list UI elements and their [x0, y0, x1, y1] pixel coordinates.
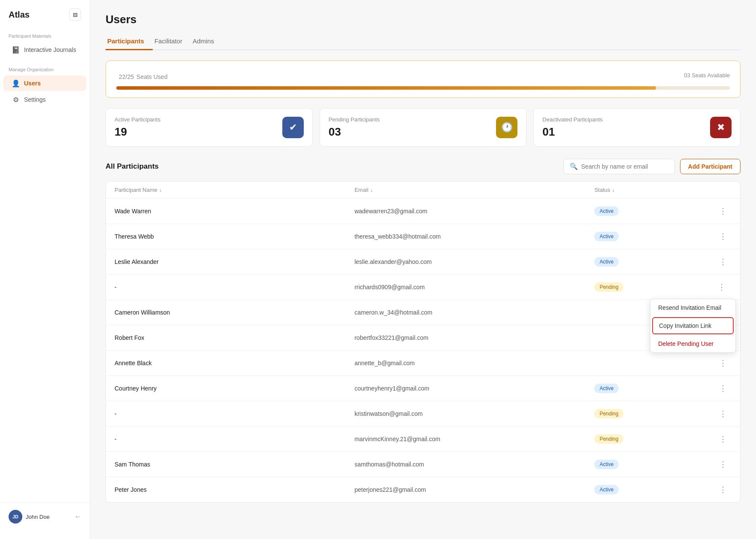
table-head: Participant Name ↓ Email ↓ Status ↓ [106, 182, 740, 199]
app-name: Atlas [9, 10, 30, 20]
participant-email: rrichards0909@gmail.com [354, 284, 594, 291]
seats-progress-bar-fill [116, 86, 656, 90]
participant-name: Peter Jones [115, 486, 354, 493]
stat-label-deactivated: Deactivated Participants [542, 116, 602, 123]
more-options-button[interactable]: ⋮ [714, 407, 732, 420]
add-participant-button[interactable]: Add Participant [680, 159, 741, 174]
sidebar-header: Atlas ⊟ [0, 9, 90, 33]
actions-cell: ⋮ Resend Invitation Email Copy Invitatio… [714, 281, 732, 294]
stat-label-pending: Pending Participants [329, 116, 380, 123]
table-controls: 🔍 Add Participant [563, 159, 741, 174]
participant-email: peterjones221@gmail.com [354, 486, 594, 493]
stats-row: Active Participants 19 ✔ Pending Partici… [106, 108, 741, 147]
section-label-manage-org: Manage Organization [0, 67, 90, 76]
participant-email: robertfox33221@gmail.com [354, 334, 594, 341]
participant-name: Leslie Alexander [115, 258, 354, 265]
copy-invitation-link-item[interactable]: Copy Invitation Link [652, 317, 734, 334]
sidebar-item-label: Settings [24, 96, 46, 103]
seats-used-value: 22/25Seats Used [116, 69, 167, 82]
seats-card: 22/25Seats Used 03 Seats Available [106, 61, 741, 98]
table-title: All Participants [106, 162, 159, 171]
seats-header: 22/25Seats Used 03 Seats Available [116, 69, 730, 82]
more-options-button[interactable]: ⋮ [714, 357, 732, 369]
tab-admins[interactable]: Admins [191, 33, 223, 50]
participant-status: Active [594, 384, 714, 393]
stat-card-active: Active Participants 19 ✔ [106, 108, 313, 147]
participant-status: Pending [594, 434, 714, 444]
participant-email: courtneyhenry1@gmail.com [354, 385, 594, 392]
tab-facilitator[interactable]: Facilitator [153, 33, 191, 50]
participant-name: Cameron Williamson [115, 309, 354, 316]
participant-email: samthomas@hotmail.com [354, 461, 594, 468]
more-options-button[interactable]: ⋮ [714, 433, 732, 445]
col-header-status: Status ↓ [594, 187, 714, 193]
stat-icon-pending: 🕐 [496, 117, 517, 138]
table-row: Courtney Henry courtneyhenry1@gmail.com … [106, 376, 740, 401]
participant-name: Wade Warren [115, 208, 354, 215]
participant-status: Pending [594, 409, 714, 418]
participant-email: theresa_webb334@hotmail.com [354, 233, 594, 240]
more-options-button[interactable]: ⋮ [714, 281, 729, 294]
sidebar-collapse-button[interactable]: ⊟ [69, 9, 81, 21]
logout-button[interactable]: → [74, 513, 81, 521]
participant-status: Active [594, 257, 714, 266]
participant-status: Active [594, 232, 714, 241]
sidebar-item-label: Interactive Journals [24, 46, 76, 53]
stat-card-pending: Pending Participants 03 🕐 [320, 108, 527, 147]
stat-card-deactivated: Deactivated Participants 01 ✖ [533, 108, 741, 147]
seats-used-display: 22/25Seats Used [116, 69, 167, 82]
more-options-button[interactable]: ⋮ [714, 382, 732, 395]
stat-icon-active: ✔ [282, 117, 304, 138]
tab-participants[interactable]: Participants [106, 33, 153, 50]
more-options-button[interactable]: ⋮ [714, 483, 732, 496]
seats-progress-bar-bg [116, 86, 730, 90]
participant-email: leslie.alexander@yahoo.com [354, 258, 594, 265]
users-icon: 👤 [12, 79, 20, 87]
table-row: Cameron Williamson cameron.w_34@hotmail.… [106, 300, 740, 325]
sort-icon-email: ↓ [370, 187, 373, 193]
col-header-actions [714, 187, 732, 193]
participant-status: Pending [594, 282, 714, 292]
delete-pending-user-item[interactable]: Delete Pending User [650, 335, 735, 352]
collapse-icon: ⊟ [73, 12, 78, 18]
seats-used-label: Seats Used [136, 73, 167, 80]
stat-label-active: Active Participants [115, 116, 160, 123]
more-options-button[interactable]: ⋮ [714, 458, 732, 471]
participant-name: Robert Fox [115, 334, 354, 341]
col-header-email: Email ↓ [354, 187, 594, 193]
participant-name: Theresa Webb [115, 233, 354, 240]
stat-icon-deactivated: ✖ [710, 117, 732, 138]
participant-status: Active [594, 485, 714, 494]
table-row: Peter Jones peterjones221@gmail.com Acti… [106, 477, 740, 502]
sort-icon-status: ↓ [612, 187, 615, 193]
table-row: Wade Warren wadewarren23@gmail.com Activ… [106, 199, 740, 224]
sidebar-item-interactive-journals[interactable]: 📓 Interactive Journals [3, 42, 86, 58]
participant-email: cameron.w_34@hotmail.com [354, 309, 594, 316]
sidebar-item-settings[interactable]: ⚙ Settings [3, 92, 86, 107]
sidebar-section-participant-materials: Participant Materials 📓 Interactive Jour… [0, 33, 90, 58]
more-options-button[interactable]: ⋮ [714, 255, 732, 268]
more-options-button[interactable]: ⋮ [714, 230, 732, 243]
participant-email: marvinmcKinney.21@gmail.com [354, 436, 594, 442]
avatar: JD [9, 510, 22, 524]
search-box: 🔍 [563, 159, 675, 174]
more-options-button[interactable]: ⋮ [714, 205, 732, 218]
tabs-bar: Participants Facilitator Admins [106, 33, 741, 50]
footer-user: JD John Doe [9, 510, 50, 524]
table-row: - rrichards0909@gmail.com Pending ⋮ Rese… [106, 275, 740, 300]
table-row: Annette Black annette_b@gmail.com ⋮ [106, 351, 740, 376]
stat-value-active: 19 [115, 125, 160, 139]
participant-name: - [115, 436, 354, 442]
main-content: Users Participants Facilitator Admins 22… [90, 0, 756, 539]
page-title: Users [106, 13, 741, 26]
stat-value-deactivated: 01 [542, 125, 602, 139]
participant-email: annette_b@gmail.com [354, 360, 594, 366]
table-row: Robert Fox robertfox33221@gmail.com ⋮ [106, 325, 740, 351]
participant-status: Active [594, 460, 714, 469]
participant-email: kristinwatson@gmail.com [354, 410, 594, 417]
table-row: - marvinmcKinney.21@gmail.com Pending ⋮ [106, 427, 740, 452]
sidebar: Atlas ⊟ Participant Materials 📓 Interact… [0, 0, 90, 539]
search-input[interactable] [581, 163, 668, 170]
resend-invitation-email-item[interactable]: Resend Invitation Email [650, 299, 735, 316]
sidebar-item-users[interactable]: 👤 Users [3, 76, 86, 91]
